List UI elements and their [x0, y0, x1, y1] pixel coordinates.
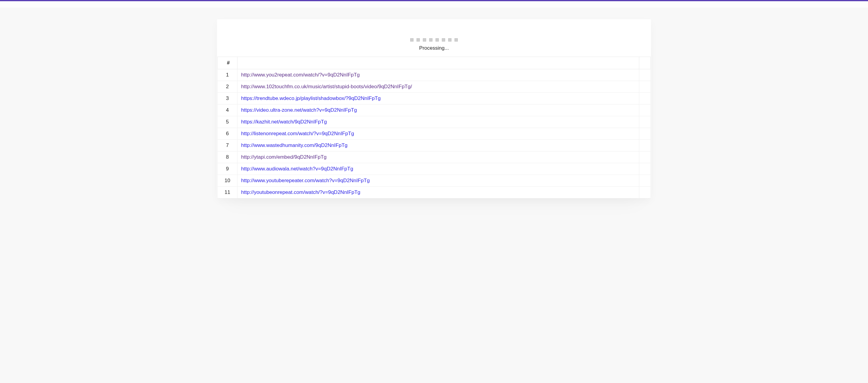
table-row: 9http://www.audiowala.net/watch?v=9qD2Nn…: [218, 163, 651, 175]
row-index: 1: [218, 69, 238, 81]
row-url-cell: http://www.wastedhumanity.com/9qD2NnIFpT…: [238, 140, 639, 151]
result-link[interactable]: https://kazhit.net/watch/9qD2NnIFpTg: [241, 119, 327, 125]
row-index: 10: [218, 175, 238, 187]
row-url-cell: http://www.102touchfm.co.uk/music/artist…: [238, 81, 639, 93]
row-actions: [639, 93, 651, 104]
table-row: 3https://trendtube.wdeco.jp/playlist/sha…: [218, 93, 651, 104]
table-row: 2http://www.102touchfm.co.uk/music/artis…: [218, 81, 651, 93]
row-index: 7: [218, 140, 238, 151]
dot-icon: [455, 38, 458, 41]
top-bar: [0, 1, 868, 8]
result-link[interactable]: https://video.ultra-zone.net/watch?v=9qD…: [241, 107, 357, 113]
dot-icon: [448, 38, 452, 41]
table-row: 10http://www.youtuberepeater.com/watch?v…: [218, 175, 651, 187]
loading-dots: [410, 38, 458, 41]
row-url-cell: https://kazhit.net/watch/9qD2NnIFpTg: [238, 116, 639, 128]
row-url-cell: http://www.youtuberepeater.com/watch?v=9…: [238, 175, 639, 187]
table-row: 6http://listenonrepeat.com/watch/?v=9qD2…: [218, 128, 651, 140]
result-link[interactable]: http://www.youtuberepeater.com/watch?v=9…: [241, 178, 370, 183]
table-row: 7http://www.wastedhumanity.com/9qD2NnIFp…: [218, 140, 651, 151]
row-index: 11: [218, 187, 238, 199]
col-header-index: #: [218, 57, 238, 69]
row-index: 3: [218, 93, 238, 104]
result-link[interactable]: http://listenonrepeat.com/watch/?v=9qD2N…: [241, 131, 354, 136]
col-header-url: [238, 57, 639, 69]
result-link[interactable]: http://www.wastedhumanity.com/9qD2NnIFpT…: [241, 142, 347, 148]
results-card: Processing... # 1http://www.you2repeat.c…: [217, 19, 651, 199]
result-link[interactable]: http://www.audiowala.net/watch?v=9qD2NnI…: [241, 166, 353, 172]
result-link[interactable]: http://youtubeonrepeat.com/watch/?v=9qD2…: [241, 189, 360, 195]
dot-icon: [429, 38, 433, 41]
row-actions: [639, 81, 651, 93]
results-table: # 1http://www.you2repeat.com/watch/?v=9q…: [217, 57, 651, 199]
row-actions: [639, 116, 651, 128]
row-index: 2: [218, 81, 238, 93]
row-url-cell: http://ytapi.com/embed/9qD2NnIFpTg: [238, 151, 639, 163]
row-actions: [639, 163, 651, 175]
row-url-cell: https://video.ultra-zone.net/watch?v=9qD…: [238, 104, 639, 116]
row-url-cell: http://listenonrepeat.com/watch/?v=9qD2N…: [238, 128, 639, 140]
row-actions: [639, 128, 651, 140]
row-index: 5: [218, 116, 238, 128]
table-row: 4https://video.ultra-zone.net/watch?v=9q…: [218, 104, 651, 116]
result-link[interactable]: https://trendtube.wdeco.jp/playlist/shad…: [241, 96, 381, 101]
dot-icon: [442, 38, 445, 41]
table-row: 11http://youtubeonrepeat.com/watch/?v=9q…: [218, 187, 651, 199]
table-row: 1http://www.you2repeat.com/watch/?v=9qD2…: [218, 69, 651, 81]
dot-icon: [410, 38, 413, 41]
col-header-actions: [639, 57, 651, 69]
row-actions: [639, 104, 651, 116]
table-header-row: #: [218, 57, 651, 69]
row-actions: [639, 69, 651, 81]
page-container: Processing... # 1http://www.you2repeat.c…: [214, 19, 654, 199]
table-row: 8http://ytapi.com/embed/9qD2NnIFpTg: [218, 151, 651, 163]
row-index: 9: [218, 163, 238, 175]
row-url-cell: https://trendtube.wdeco.jp/playlist/shad…: [238, 93, 639, 104]
row-index: 4: [218, 104, 238, 116]
result-link[interactable]: http://ytapi.com/embed/9qD2NnIFpTg: [241, 154, 327, 160]
result-link[interactable]: http://www.102touchfm.co.uk/music/artist…: [241, 84, 412, 90]
row-index: 8: [218, 151, 238, 163]
row-actions: [639, 175, 651, 187]
dot-icon: [423, 38, 426, 41]
row-index: 6: [218, 128, 238, 140]
row-url-cell: http://www.you2repeat.com/watch/?v=9qD2N…: [238, 69, 639, 81]
row-actions: [639, 187, 651, 199]
row-url-cell: http://www.audiowala.net/watch?v=9qD2NnI…: [238, 163, 639, 175]
row-url-cell: http://youtubeonrepeat.com/watch/?v=9qD2…: [238, 187, 639, 199]
row-actions: [639, 151, 651, 163]
row-actions: [639, 140, 651, 151]
loading-indicator: Processing...: [217, 37, 651, 51]
result-link[interactable]: http://www.you2repeat.com/watch/?v=9qD2N…: [241, 72, 360, 78]
dot-icon: [435, 38, 439, 41]
table-row: 5https://kazhit.net/watch/9qD2NnIFpTg: [218, 116, 651, 128]
loading-text: Processing...: [217, 45, 651, 51]
dot-icon: [416, 38, 420, 41]
